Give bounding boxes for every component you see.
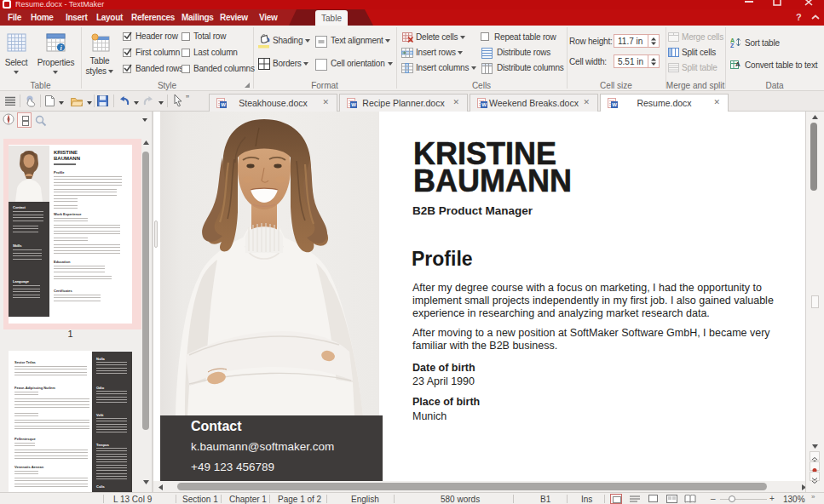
- svg-text:Z: Z: [730, 43, 735, 48]
- svg-text:A: A: [735, 60, 740, 68]
